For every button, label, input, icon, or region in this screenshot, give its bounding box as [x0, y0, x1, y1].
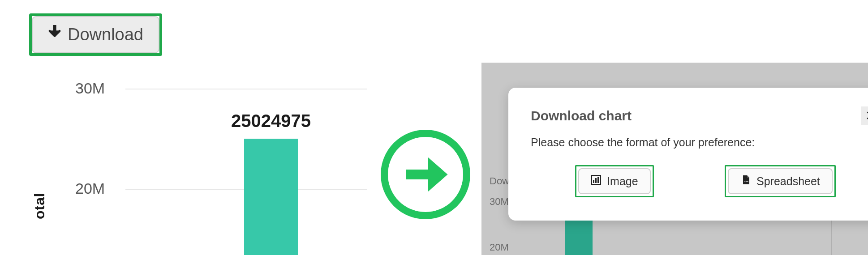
- download-button-highlight: Download: [29, 13, 162, 56]
- modal-view: Dow 30M 20M ounces Download chart Please…: [481, 63, 868, 255]
- bar-value-label: 25024975: [231, 111, 311, 131]
- download-button-label: Download: [68, 25, 143, 44]
- bar-chart-icon: [591, 174, 602, 188]
- chart-view: Download otal 30M 20M 25024975: [0, 0, 367, 255]
- svg-rect-4: [595, 178, 597, 183]
- y-tick-label: 20M: [75, 180, 105, 197]
- download-image-label: Image: [607, 175, 638, 188]
- modal-actions: Image csv Spreadsheet: [531, 165, 868, 197]
- modal-header: Download chart: [531, 106, 868, 125]
- modal-title: Download chart: [531, 108, 632, 123]
- svg-text:csv: csv: [744, 180, 749, 183]
- bg-y-tick: 30M: [490, 196, 509, 208]
- download-button[interactable]: Download: [32, 16, 159, 53]
- svg-rect-3: [593, 180, 594, 183]
- y-axis-label: otal: [31, 193, 48, 219]
- svg-rect-5: [597, 177, 599, 183]
- close-icon: [866, 109, 868, 123]
- y-tick-label: 30M: [75, 80, 105, 97]
- download-spreadsheet-button[interactable]: csv Spreadsheet: [728, 168, 833, 194]
- close-button[interactable]: [861, 106, 868, 125]
- step-arrow-icon: [381, 130, 470, 219]
- download-spreadsheet-label: Spreadsheet: [756, 175, 820, 188]
- bg-download-text: Dow: [490, 175, 509, 187]
- download-arrow-icon: [48, 25, 61, 44]
- modal-description: Please choose the format of your prefere…: [531, 136, 868, 149]
- svg-rect-1: [53, 25, 56, 33]
- image-button-highlight: Image: [575, 165, 653, 197]
- csv-file-icon: csv: [740, 174, 751, 188]
- spreadsheet-button-highlight: csv Spreadsheet: [725, 165, 836, 197]
- bg-chart-bar: [565, 215, 593, 255]
- chart-bar: [244, 139, 298, 255]
- gridline: [125, 89, 367, 89]
- download-chart-modal: Download chart Please choose the format …: [508, 88, 868, 221]
- bg-y-tick: 20M: [490, 242, 509, 253]
- download-image-button[interactable]: Image: [578, 168, 650, 194]
